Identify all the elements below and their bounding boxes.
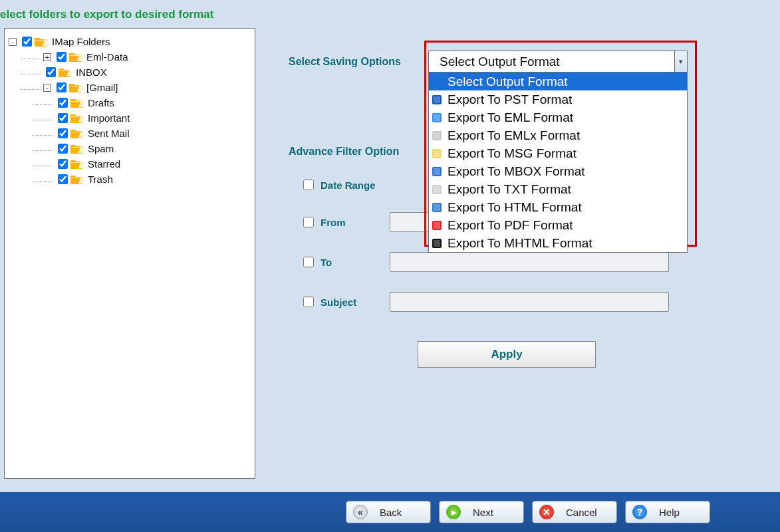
folder-icon <box>35 37 48 47</box>
folder-label: Important <box>88 112 130 124</box>
output-format-dropdown[interactable]: Select Output FormatExport To PST Format… <box>428 72 688 253</box>
format-option-txt[interactable]: Export To TXT Format <box>429 180 687 198</box>
tree-item--gmail-[interactable]: -[Gmail] <box>9 80 251 95</box>
subject-checkbox[interactable] <box>303 297 314 307</box>
tree-item-inbox[interactable]: INBOX <box>9 65 251 80</box>
next-button[interactable]: ▸ Next <box>439 501 524 523</box>
folder-checkbox[interactable] <box>58 113 68 123</box>
tree-item-starred[interactable]: Starred <box>9 156 251 172</box>
help-label: Help <box>659 507 680 518</box>
folder-icon <box>69 82 82 93</box>
folder-icon <box>70 128 84 139</box>
folder-label: [Gmail] <box>86 82 118 93</box>
folder-icon <box>70 113 84 124</box>
format-icon <box>432 219 444 231</box>
folder-checkbox[interactable] <box>58 144 68 154</box>
svg-rect-21 <box>434 186 440 193</box>
folder-checkbox[interactable] <box>57 52 66 62</box>
format-option-pst[interactable]: Export To PST Format <box>429 90 687 108</box>
from-checkbox[interactable] <box>303 217 314 227</box>
svg-rect-27 <box>434 240 440 247</box>
format-icon <box>432 201 444 213</box>
svg-rect-19 <box>434 168 440 175</box>
apply-button[interactable]: Apply <box>418 341 596 368</box>
folder-checkbox[interactable] <box>58 98 68 108</box>
tree-item-eml-data[interactable]: +Eml-Data <box>9 49 251 65</box>
format-option-pdf[interactable]: Export To PDF Format <box>429 216 687 234</box>
folder-label: Drafts <box>88 97 114 108</box>
format-option-none[interactable]: Select Output Format <box>429 72 687 90</box>
page-title: elect folders to export to desired forma… <box>0 0 780 28</box>
format-option-html[interactable]: Export To HTML Format <box>429 198 687 216</box>
folder-icon <box>69 52 82 63</box>
svg-rect-17 <box>434 150 440 157</box>
saving-options-label: Select Saving Options <box>289 56 428 68</box>
cancel-icon: ✕ <box>539 505 554 519</box>
subject-input[interactable] <box>390 292 669 312</box>
folder-label: IMap Folders <box>52 36 110 47</box>
tree-item-drafts[interactable]: Drafts <box>9 95 251 110</box>
next-icon: ▸ <box>446 505 461 519</box>
svg-rect-25 <box>434 222 440 229</box>
date-range-label: Date Range <box>321 180 390 191</box>
subject-label: Subject <box>321 297 390 308</box>
format-option-label: Export To MBOX Format <box>448 164 585 179</box>
tree-toggle-icon[interactable]: + <box>43 53 51 61</box>
format-option-label: Export To MSG Format <box>448 146 577 161</box>
tree-item-trash[interactable]: Trash <box>9 172 251 187</box>
chevron-down-icon[interactable]: ▾ <box>674 51 688 72</box>
format-option-label: Export To PST Format <box>448 92 572 107</box>
folder-checkbox[interactable] <box>58 159 68 169</box>
svg-rect-15 <box>434 132 440 139</box>
format-option-mbox[interactable]: Export To MBOX Format <box>429 162 687 180</box>
output-format-selected-value: Select Output Format <box>440 55 560 69</box>
cancel-label: Cancel <box>566 507 597 518</box>
folder-label: Eml-Data <box>86 51 128 63</box>
format-option-label: Export To TXT Format <box>448 182 571 197</box>
help-button[interactable]: ? Help <box>625 501 710 523</box>
folder-label: INBOX <box>76 66 107 78</box>
tree-item-sent-mail[interactable]: Sent Mail <box>9 126 251 141</box>
folder-tree[interactable]: -IMap Folders+Eml-DataINBOX-[Gmail]Draft… <box>5 29 255 192</box>
folder-checkbox[interactable] <box>58 174 68 184</box>
folder-checkbox[interactable] <box>46 67 56 77</box>
folder-icon <box>70 174 84 185</box>
back-button[interactable]: « Back <box>346 501 431 523</box>
date-range-checkbox[interactable] <box>303 180 314 190</box>
folder-icon <box>70 98 84 108</box>
format-icon <box>432 148 444 160</box>
format-option-eml[interactable]: Export To EML Format <box>429 108 687 126</box>
folder-icon <box>59 67 72 78</box>
folder-checkbox[interactable] <box>22 37 32 47</box>
folder-checkbox[interactable] <box>57 82 66 92</box>
help-icon: ? <box>632 505 647 519</box>
tree-item-imap-folders[interactable]: -IMap Folders <box>9 34 251 49</box>
format-icon <box>432 112 444 124</box>
from-label: From <box>321 217 390 228</box>
svg-rect-11 <box>434 96 440 103</box>
format-option-mhtml[interactable]: Export To MHTML Format <box>429 234 687 252</box>
format-option-emlx[interactable]: Export To EMLx Format <box>429 126 687 144</box>
format-option-msg[interactable]: Export To MSG Format <box>429 144 687 162</box>
format-option-label: Export To HTML Format <box>448 200 582 215</box>
folder-checkbox[interactable] <box>58 128 68 138</box>
format-icon <box>432 184 444 196</box>
next-label: Next <box>473 507 493 518</box>
footer-bar: « Back ▸ Next ✕ Cancel ? Help <box>0 492 780 532</box>
to-label: To <box>321 257 390 268</box>
back-label: Back <box>380 507 402 518</box>
tree-item-important[interactable]: Important <box>9 110 251 126</box>
tree-toggle-icon[interactable]: - <box>9 38 17 46</box>
folder-label: Trash <box>88 174 113 185</box>
tree-item-spam[interactable]: Spam <box>9 141 251 156</box>
to-input[interactable] <box>390 252 669 272</box>
svg-rect-23 <box>434 204 440 211</box>
cancel-button[interactable]: ✕ Cancel <box>532 501 617 523</box>
tree-toggle-icon[interactable]: - <box>43 84 51 92</box>
folder-icon <box>70 159 84 170</box>
format-option-label: Select Output Format <box>448 74 568 89</box>
format-icon <box>432 130 444 142</box>
output-format-select[interactable]: Select Output Format ▾ <box>428 51 688 72</box>
to-checkbox[interactable] <box>303 257 314 267</box>
format-icon <box>432 94 444 106</box>
